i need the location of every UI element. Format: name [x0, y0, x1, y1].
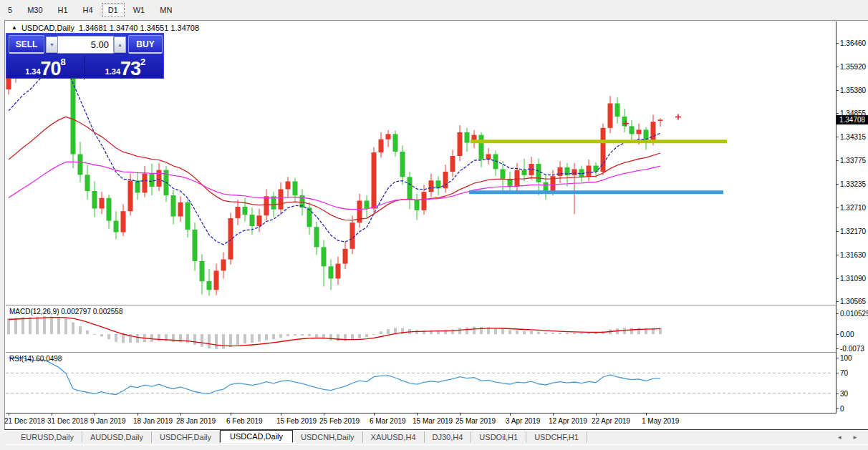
date-axis: 21 Dec 201831 Dec 20189 Jan 201918 Jan 2…	[6, 414, 836, 429]
date-axis-label: 25 Feb 2019	[319, 417, 360, 425]
tab-usdoil-h1[interactable]: USDOil,H1	[471, 431, 526, 443]
timeframe-mn-button[interactable]: MN	[153, 3, 178, 17]
macd-axis-tick	[836, 334, 839, 335]
price-axis-tick	[836, 255, 839, 255]
date-axis-label: 18 Jan 2019	[133, 417, 173, 425]
date-axis-tick	[324, 414, 324, 416]
price-axis-label: 1.31630	[840, 251, 866, 259]
price-axis-tick	[836, 160, 839, 161]
rsi-axis-tick	[836, 358, 839, 358]
date-axis-tick	[180, 414, 181, 416]
date-axis-tick	[281, 414, 281, 416]
timeframe-m5-button[interactable]: 5	[1, 3, 19, 17]
price-axis: 1.364601.359201.353801.348551.343151.337…	[836, 21, 868, 414]
macd-indicator-label: MACD(12,26,9) 0.002797 0.002558	[9, 308, 122, 316]
timeframe-h4-button[interactable]: H4	[77, 3, 100, 17]
tab-dj30-h4[interactable]: DJ30,H4	[425, 431, 472, 443]
tab-usdcnh-daily[interactable]: USDCNH,Daily	[293, 431, 363, 443]
chart-tab-bar: EURUSD,Daily AUDUSD,Daily USDCHF,Daily U…	[4, 430, 868, 444]
date-axis-label: 21 Dec 2018	[4, 417, 45, 425]
buy-button[interactable]: BUY	[128, 35, 163, 54]
price-axis-label: 1.30565	[840, 298, 866, 305]
date-axis-label: 12 Apr 2019	[549, 417, 587, 425]
price-axis-label: 1.32170	[840, 228, 866, 235]
date-axis-tick	[231, 414, 231, 416]
date-axis-tick	[95, 414, 95, 416]
tab-scroll-left-icon[interactable]: ◄	[836, 434, 842, 441]
date-axis-label: 3 Apr 2019	[506, 417, 540, 425]
tab-scroll-arrows: ◄ ►	[836, 434, 858, 441]
date-axis-label: 28 Jan 2019	[176, 417, 216, 425]
rsi-axis-label: 100	[840, 354, 852, 362]
macd-axis-label: 0.00	[840, 331, 854, 338]
date-axis-label: 25 Mar 2019	[455, 417, 496, 425]
price-axis-label: 1.32710	[840, 204, 866, 212]
tab-scroll-right-icon[interactable]: ►	[852, 434, 858, 441]
date-axis-tick	[138, 414, 138, 416]
macd-axis-label: 0.010525	[840, 310, 868, 318]
tab-usdchf-h1[interactable]: USDCHF,H1	[526, 431, 587, 443]
price-axis-tick	[836, 184, 839, 185]
price-axis-label: 1.33775	[840, 157, 866, 165]
volume-input[interactable]	[57, 36, 114, 54]
tab-audusd-daily[interactable]: AUDUSD,Daily	[82, 431, 152, 443]
ask-price-big-digits: 73	[120, 60, 140, 78]
price-axis-tick	[836, 301, 839, 302]
trade-panel-controls: SELL ▼ ▲ BUY	[6, 34, 163, 56]
date-axis-label: 22 Apr 2019	[592, 417, 630, 425]
bid-price-big-digits: 70	[41, 60, 61, 78]
date-axis-tick	[9, 414, 9, 416]
date-axis-label: 1 May 2019	[642, 417, 679, 425]
date-axis-label: 6 Feb 2019	[226, 417, 263, 425]
price-axis-tick	[836, 231, 839, 232]
price-axis-label: 1.35920	[840, 63, 866, 71]
tab-xauusd-h4[interactable]: XAUUSD,H4	[363, 431, 425, 443]
price-axis-tick	[836, 207, 839, 208]
bid-price-pip-digit: 8	[61, 57, 66, 67]
date-axis-tick	[510, 414, 511, 416]
current-price-tag: 1.34708	[836, 115, 868, 124]
tab-eurusd-daily[interactable]: EURUSD,Daily	[13, 431, 82, 443]
sell-button[interactable]: SELL	[9, 35, 44, 54]
tab-usdcad-daily[interactable]: USDCAD,Daily	[220, 430, 293, 443]
macd-axis-label: -0.0073	[840, 345, 864, 353]
ask-price-pip-digit: 2	[140, 57, 145, 67]
timeframe-m30-button[interactable]: M30	[21, 3, 49, 17]
date-axis-tick	[646, 414, 647, 416]
price-axis-label: 1.35380	[840, 87, 866, 94]
timeframe-d1-button[interactable]: D1	[102, 3, 125, 17]
price-axis-label: 1.31090	[840, 275, 866, 283]
macd-axis-tick	[836, 313, 839, 314]
status-bar	[4, 444, 868, 450]
timeframe-toolbar: 5 M30 H1 H4 D1 W1 MN	[0, 0, 868, 19]
date-axis-label: 15 Mar 2019	[413, 417, 453, 425]
rsi-axis-label: 30	[840, 390, 848, 398]
date-axis-label: 6 Mar 2019	[370, 417, 406, 425]
chart-symbol-label: USDCAD,Daily	[21, 24, 74, 32]
chart-canvas[interactable]	[6, 21, 836, 414]
volume-decrease-button[interactable]: ▼	[46, 36, 58, 53]
date-axis-label: 15 Feb 2019	[276, 417, 317, 425]
price-axis-label: 1.36460	[840, 39, 866, 47]
price-axis-tick	[836, 113, 839, 114]
date-axis-label: 9 Jan 2019	[90, 417, 126, 425]
ask-price-display[interactable]: 1.34 73 2	[86, 56, 165, 79]
timeframe-h1-button[interactable]: H1	[52, 3, 74, 17]
rsi-axis-tick	[836, 373, 839, 373]
chart-header: ▲ USDCAD,Daily 1.34681 1.34740 1.34551 1…	[11, 24, 199, 32]
one-click-trade-panel: SELL ▼ ▲ BUY 1.34 70 8 1.34 73 2	[6, 33, 164, 79]
price-axis-tick	[836, 90, 839, 91]
rsi-axis-tick	[836, 393, 839, 394]
rsi-axis-label: 70	[840, 369, 848, 377]
price-axis-label: 1.34315	[840, 133, 866, 141]
bid-price-prefix: 1.34	[25, 67, 40, 76]
volume-increase-button[interactable]: ▲	[114, 36, 126, 53]
bid-price-display[interactable]: 1.34 70 8	[6, 56, 85, 79]
rsi-indicator-label: RSI(14) 60.0498	[9, 355, 62, 363]
tab-usdchf-daily[interactable]: USDCHF,Daily	[152, 431, 220, 443]
rsi-axis-tick	[836, 409, 839, 409]
date-axis-tick	[374, 414, 375, 416]
ask-price-prefix: 1.34	[105, 67, 120, 76]
collapse-triangle-icon[interactable]: ▲	[11, 24, 17, 31]
timeframe-w1-button[interactable]: W1	[127, 3, 152, 17]
